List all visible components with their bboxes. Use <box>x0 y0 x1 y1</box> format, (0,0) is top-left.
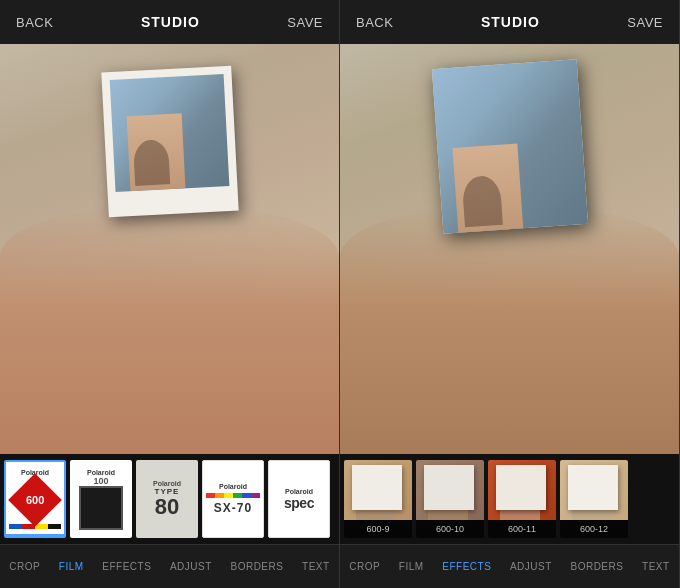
film-item-80[interactable]: Polaroid TYPE 80 <box>136 460 198 538</box>
right-nav-film[interactable]: FILM <box>393 557 430 576</box>
effect-label-600-11: 600-11 <box>488 520 556 538</box>
right-photo-image <box>431 59 587 234</box>
film-item-sx70[interactable]: Polaroid SX-70 <box>202 460 264 538</box>
left-nav-crop[interactable]: CROP <box>3 557 46 576</box>
right-effects-options: 600-9 600-10 600-11 <box>340 454 632 544</box>
right-nav-text[interactable]: TEXT <box>636 557 676 576</box>
right-photo-frame <box>431 59 587 234</box>
effect-preview-600-11 <box>488 460 556 520</box>
right-hand-overlay <box>340 208 679 454</box>
effect-preview-600-10 <box>416 460 484 520</box>
effect-label-600-10: 600-10 <box>416 520 484 538</box>
right-nav-effects[interactable]: EFFECTS <box>436 557 497 576</box>
right-save-button[interactable]: SAVE <box>627 15 663 30</box>
left-back-button[interactable]: BACK <box>16 15 53 30</box>
effect-thumb-600-9[interactable]: 600-9 <box>344 460 412 538</box>
effect-thumb-600-10[interactable]: 600-10 <box>416 460 484 538</box>
effect-thumb-600-12[interactable]: 600-12 <box>560 460 628 538</box>
right-nav-crop[interactable]: CROP <box>343 557 386 576</box>
left-photo-image <box>109 74 229 192</box>
left-nav-effects[interactable]: EFFECTS <box>96 557 157 576</box>
effect-thumb-600-11[interactable]: 600-11 <box>488 460 556 538</box>
effect-preview-600-9 <box>344 460 412 520</box>
right-nav-adjust[interactable]: ADJUST <box>504 557 558 576</box>
right-back-button[interactable]: BACK <box>356 15 393 30</box>
right-panel: BACK STUDIO SAVE 600-9 <box>340 0 680 588</box>
effect-preview-600-12 <box>560 460 628 520</box>
film-item-spectra[interactable]: Polaroid spec <box>268 460 330 538</box>
right-studio-title: STUDIO <box>481 14 540 30</box>
left-hand-scene <box>0 44 339 454</box>
left-nav-film[interactable]: FILM <box>53 557 90 576</box>
left-panel: BACK STUDIO SAVE Polaroid 600 <box>0 0 340 588</box>
left-header: BACK STUDIO SAVE <box>0 0 339 44</box>
left-photo-area <box>0 44 339 454</box>
left-studio-title: STUDIO <box>141 14 200 30</box>
left-film-options: Polaroid 600 Polaroid 100 <box>0 454 334 544</box>
left-save-button[interactable]: SAVE <box>287 15 323 30</box>
right-photo-area <box>340 44 679 454</box>
film-item-600[interactable]: Polaroid 600 <box>4 460 66 538</box>
left-nav-text[interactable]: TEXT <box>296 557 336 576</box>
active-indicator <box>6 534 64 536</box>
left-nav-borders[interactable]: BORDERS <box>224 557 289 576</box>
right-bottom-nav: CROP FILM EFFECTS ADJUST BORDERS TEXT <box>340 544 679 588</box>
right-nav-borders[interactable]: BORDERS <box>564 557 629 576</box>
left-hand-overlay <box>0 208 339 454</box>
effect-label-600-12: 600-12 <box>560 520 628 538</box>
left-film-strip: Polaroid 600 Polaroid 100 <box>0 454 339 544</box>
effect-label-600-9: 600-9 <box>344 520 412 538</box>
left-nav-adjust[interactable]: ADJUST <box>164 557 218 576</box>
left-photo-frame <box>101 66 238 218</box>
right-effects-strip: 600-9 600-10 600-11 <box>340 454 679 544</box>
right-header: BACK STUDIO SAVE <box>340 0 679 44</box>
right-hand-scene <box>340 44 679 454</box>
film-item-100[interactable]: Polaroid 100 <box>70 460 132 538</box>
left-bottom-nav: CROP FILM EFFECTS ADJUST BORDERS TEXT <box>0 544 339 588</box>
